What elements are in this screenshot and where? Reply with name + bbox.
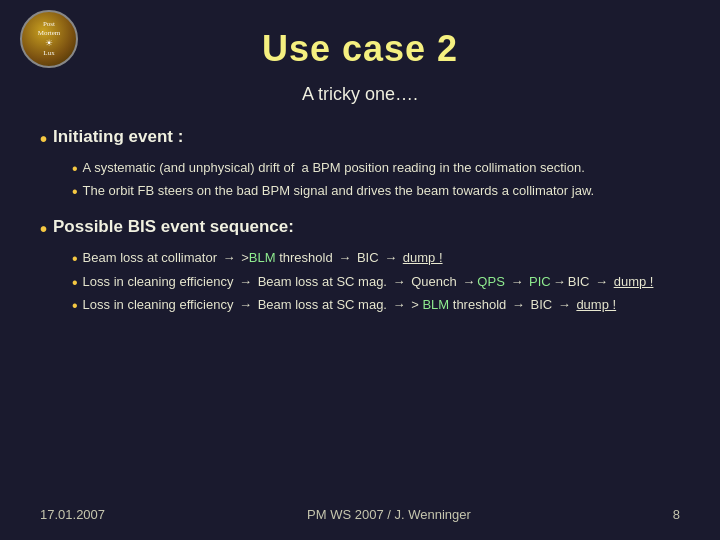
- slide: PostMortem☀Lux Use case 2 A tricky one….…: [0, 0, 720, 540]
- slide-title: Use case 2: [40, 28, 680, 70]
- section2-bullet-icon: •: [40, 217, 47, 241]
- section1-header: • Initiating event :: [40, 127, 680, 151]
- section1-subbullets: • A systematic (and unphysical) drift of…: [72, 159, 680, 201]
- section2-header-text: Possible BIS event sequence:: [53, 217, 294, 237]
- section1: • Initiating event : • A systematic (and…: [40, 127, 680, 201]
- sub-dot-3: •: [72, 249, 78, 268]
- sub-dot-2: •: [72, 182, 78, 201]
- logo-circle: PostMortem☀Lux: [20, 10, 78, 68]
- section1-sub2: • The orbit FB steers on the bad BPM sig…: [72, 182, 680, 201]
- section1-sub1: • A systematic (and unphysical) drift of…: [72, 159, 680, 178]
- section1-bullet-icon: •: [40, 127, 47, 151]
- footer-center: PM WS 2007 / J. Wenninger: [307, 507, 471, 522]
- footer: 17.01.2007 PM WS 2007 / J. Wenninger 8: [0, 507, 720, 522]
- section2-sub1-text: Beam loss at collimator → >BLM threshold…: [83, 249, 443, 267]
- section1-sub2-text: The orbit FB steers on the bad BPM signa…: [83, 182, 595, 200]
- section1-sub1-text: A systematic (and unphysical) drift of a…: [83, 159, 585, 177]
- section2-header: • Possible BIS event sequence:: [40, 217, 680, 241]
- section2-sub2-text: Loss in cleaning efficiency → Beam loss …: [83, 273, 654, 291]
- section2-sub3: • Loss in cleaning efficiency → Beam los…: [72, 296, 680, 315]
- slide-subtitle: A tricky one….: [40, 84, 680, 105]
- logo-text: PostMortem☀Lux: [38, 20, 61, 59]
- footer-date: 17.01.2007: [40, 507, 105, 522]
- section2-sub2: • Loss in cleaning efficiency → Beam los…: [72, 273, 680, 292]
- sub-dot-1: •: [72, 159, 78, 178]
- section2: • Possible BIS event sequence: • Beam lo…: [40, 217, 680, 315]
- footer-page: 8: [673, 507, 680, 522]
- section2-sub1: • Beam loss at collimator → >BLM thresho…: [72, 249, 680, 268]
- section2-sub3-text: Loss in cleaning efficiency → Beam loss …: [83, 296, 617, 314]
- logo: PostMortem☀Lux: [20, 10, 80, 70]
- section2-subbullets: • Beam loss at collimator → >BLM thresho…: [72, 249, 680, 315]
- section1-header-text: Initiating event :: [53, 127, 183, 147]
- sub-dot-5: •: [72, 296, 78, 315]
- sub-dot-4: •: [72, 273, 78, 292]
